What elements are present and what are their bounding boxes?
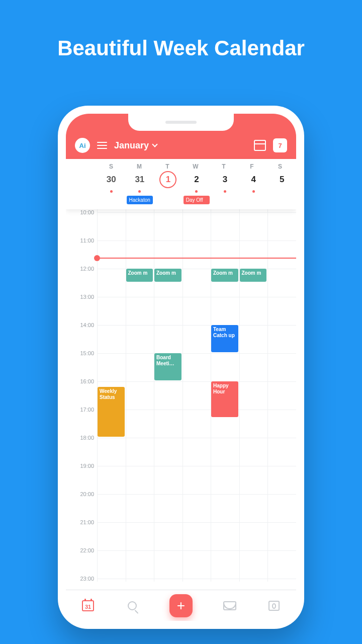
hour-label: 22:00 [66,547,94,553]
event-dot-icon [195,190,198,193]
date-cell[interactable]: 5 [267,171,296,193]
app-screen: Ai January 7 SMTWTFS 303112345 HackatonD… [66,114,296,621]
month-picker[interactable]: January [114,140,157,151]
date-cell[interactable]: 30 [97,171,126,193]
date-cell[interactable]: 1 [154,171,183,193]
calendar-event[interactable]: Weekly Status [98,387,125,437]
date-number: 4 [245,171,262,188]
hour-label: 18:00 [66,435,94,441]
notch-icon [128,114,234,131]
current-time-indicator [97,258,296,259]
calendar-event[interactable]: Zoom m [211,269,238,282]
hour-label: 15:00 [66,350,94,356]
current-time-dot-icon [94,255,100,261]
event-dot-icon [252,190,255,193]
day-of-week-label: T [210,163,238,170]
hour-label: 23:00 [66,576,94,582]
day-of-week-label: M [125,163,153,170]
hour-label: 10:00 [66,209,94,215]
chevron-down-icon [152,141,157,147]
date-number: 30 [103,171,120,188]
allday-event[interactable]: Day Off [184,196,210,204]
hour-label: 12:00 [66,266,94,272]
calendar-event[interactable]: Board Meeti… [154,353,182,380]
tab-calendar-icon[interactable]: 31 [81,599,95,613]
event-dot-icon [110,190,113,193]
date-number: 31 [131,171,148,188]
calendar-view-icon[interactable] [254,140,266,151]
date-cell[interactable]: 4 [239,171,268,193]
tab-reminders-icon[interactable] [267,599,281,613]
tab-search-icon[interactable] [125,599,139,613]
tab-inbox-icon[interactable] [223,599,237,613]
allday-event[interactable]: Hackaton [127,196,153,204]
date-number: 1 [159,171,176,188]
calendar-event[interactable]: Zoom m [240,269,267,282]
date-cell[interactable]: 2 [183,171,211,193]
hour-label: 13:00 [66,294,94,300]
week-grid[interactable]: 10:0011:0012:0013:0014:0015:0016:0017:00… [66,209,296,582]
calendar-event[interactable]: Zoom m [154,269,182,282]
day-of-week-label: W [182,163,210,170]
day-of-week-label: F [238,163,266,170]
day-of-week-label: S [97,163,125,170]
hour-label: 11:00 [66,237,94,244]
hero-title: Beautiful Week Calendar [0,0,362,60]
date-number: 3 [217,171,234,188]
day-of-week-label: S [266,163,294,170]
hour-label: 16:00 [66,378,94,384]
date-cell[interactable]: 3 [211,171,239,193]
add-event-button[interactable]: + [169,594,193,617]
hour-label: 19:00 [66,463,94,469]
calendar-event[interactable]: Zoom m [126,269,153,282]
calendar-event[interactable]: Happy Hour [211,381,238,417]
event-dot-icon [138,190,141,193]
today-button[interactable]: 7 [273,138,287,152]
phone-frame: Ai January 7 SMTWTFS 303112345 HackatonD… [58,106,304,629]
tab-bar: 31 + [66,590,296,621]
calendar-event[interactable]: Team Catch up [211,325,238,352]
date-cell[interactable]: 31 [126,171,154,193]
date-number: 5 [274,171,291,188]
date-number: 2 [188,171,205,188]
event-dot-icon [224,190,226,193]
hour-label: 20:00 [66,491,94,497]
hour-label: 14:00 [66,322,94,328]
month-label: January [114,140,149,151]
app-logo-icon[interactable]: Ai [75,138,90,153]
hour-label: 21:00 [66,519,94,525]
menu-icon[interactable] [97,142,107,149]
week-header: SMTWTFS 303112345 HackatonDay Off [66,159,296,209]
day-of-week-label: T [153,163,182,170]
hour-label: 17:00 [66,407,94,413]
